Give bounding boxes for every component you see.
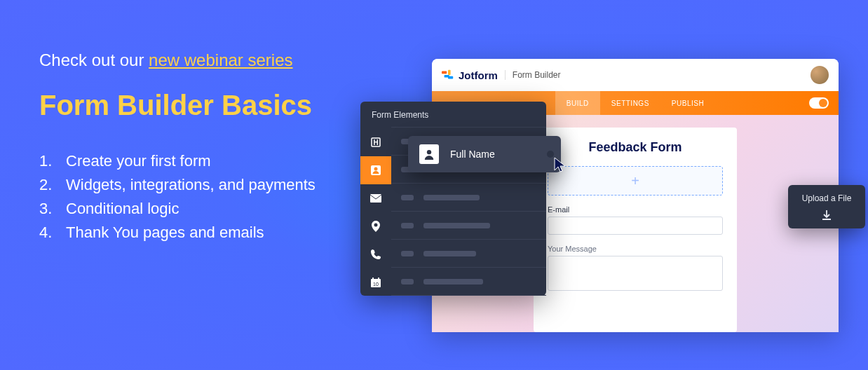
svg-point-7 <box>374 167 378 171</box>
element-row[interactable] <box>391 240 546 268</box>
panel-header: Form Elements <box>360 102 546 127</box>
element-row[interactable] <box>391 212 546 240</box>
upload-label: Upload a File <box>795 193 858 203</box>
svg-rect-2 <box>448 70 451 75</box>
tab-build[interactable]: BUILD <box>555 91 600 115</box>
svg-rect-8 <box>370 194 381 203</box>
svg-point-13 <box>427 150 431 154</box>
phone-icon[interactable] <box>360 240 391 268</box>
promo-title: Form Builder Basics <box>39 90 316 121</box>
brand-name: Jotform <box>459 69 498 81</box>
svg-rect-3 <box>448 76 453 79</box>
upload-file-popover[interactable]: Upload a File <box>788 185 865 228</box>
icon-rail: H 10 <box>360 128 391 296</box>
tab-publish[interactable]: PUBLISH <box>660 91 715 115</box>
form-title: Feedback Form <box>548 140 723 155</box>
webinar-link[interactable]: new webinar series <box>149 50 292 69</box>
check-line: Check out our new webinar series <box>39 50 316 70</box>
field-label-email: E-mail <box>548 205 723 214</box>
svg-text:H: H <box>373 139 378 146</box>
list-item: Thank You pages and emails <box>39 221 316 245</box>
svg-text:10: 10 <box>373 282 379 287</box>
app-header: Jotform Form Builder <box>432 59 839 91</box>
jotform-logo-icon <box>442 69 454 81</box>
avatar[interactable] <box>811 66 829 84</box>
form-card: Feedback Form + E-mail Your Message <box>534 128 737 332</box>
download-icon <box>795 209 858 221</box>
drop-area[interactable]: + <box>548 166 723 196</box>
element-row[interactable] <box>391 184 546 212</box>
person-icon[interactable] <box>360 156 391 184</box>
email-input[interactable] <box>548 217 723 235</box>
plus-icon: + <box>631 173 639 189</box>
list-item: Widgets, integrations, and payments <box>39 173 316 197</box>
field-label-message: Your Message <box>548 245 723 253</box>
svg-rect-11 <box>378 278 379 280</box>
envelope-icon[interactable] <box>360 184 391 212</box>
svg-rect-0 <box>442 71 447 74</box>
message-textarea[interactable] <box>548 256 723 291</box>
dragging-element[interactable]: Full Name <box>408 136 561 172</box>
heading-icon[interactable]: H <box>360 128 391 156</box>
form-elements-panel[interactable]: Form Elements H 10 <box>360 102 546 296</box>
tab-settings[interactable]: SETTINGS <box>600 91 660 115</box>
check-prefix: Check out our <box>39 50 149 69</box>
drag-grip-icon <box>547 151 554 158</box>
header-label: Form Builder <box>505 70 561 80</box>
dragging-label: Full Name <box>450 149 495 160</box>
svg-rect-10 <box>372 278 374 280</box>
pin-icon[interactable] <box>360 212 391 240</box>
promo-copy: Check out our new webinar series Form Bu… <box>39 50 316 245</box>
preview-toggle[interactable] <box>809 97 829 109</box>
person-icon <box>419 144 439 164</box>
calendar-icon[interactable]: 10 <box>360 268 391 296</box>
promo-list: Create your first form Widgets, integrat… <box>39 149 316 245</box>
list-item: Create your first form <box>39 149 316 173</box>
list-item: Conditional logic <box>39 197 316 221</box>
element-row[interactable] <box>391 268 546 296</box>
